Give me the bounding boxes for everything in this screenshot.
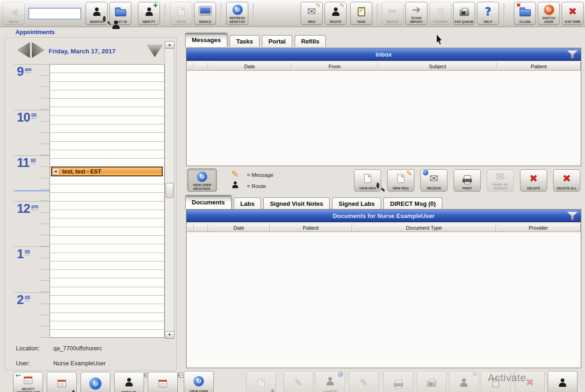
documents-col-provider[interactable]: Provider <box>496 224 581 232</box>
inbox-col-patient[interactable]: Patient <box>497 63 581 70</box>
tab-messages[interactable]: Messages <box>185 33 227 47</box>
route-legend-person-icon <box>232 181 238 188</box>
inbox-col-date[interactable]: Date <box>208 63 291 70</box>
inbox-col-subject[interactable]: Subject <box>378 63 497 70</box>
view-msg-button[interactable]: VIEW MSG <box>354 169 381 191</box>
appointment-cancel-icon: ✖ <box>53 168 59 174</box>
view-user-icon: ↻ <box>194 376 204 386</box>
schedule-grid[interactable]: ✖ test, test - EST <box>50 64 165 338</box>
delete-all-button[interactable]: ✖ DELETE ALL <box>553 169 580 191</box>
patient-search-input[interactable] <box>29 8 81 19</box>
filter-icon[interactable] <box>567 51 578 58</box>
quarter-hour-ticks <box>41 156 49 201</box>
tab-direct-msg[interactable]: DIRECT Msg (0) <box>383 197 442 209</box>
inbox-col-status[interactable] <box>187 63 194 70</box>
refresh-icon: ↻ <box>89 377 101 390</box>
delete-msg-button[interactable]: ✖ DELETE <box>520 169 547 191</box>
fax-queue-button[interactable]: FAX QUEUE <box>453 2 475 25</box>
folder-icon <box>115 9 126 16</box>
msg-button[interactable]: ✉✎ MSG <box>301 2 323 25</box>
quarter-hour-ticks <box>41 293 49 338</box>
scrollbar-thumb[interactable] <box>166 183 173 198</box>
message-legend-pencil-icon: ✎ <box>231 169 239 179</box>
schedule-scrollbar[interactable]: ▲ ▼ <box>165 41 174 339</box>
merge-button: ✂ MERGE <box>382 2 404 25</box>
documents-col-type[interactable] <box>194 224 208 232</box>
pencil-icon: ✎ <box>316 2 321 8</box>
inbox-column-headers: Date From Subject Patient <box>187 63 581 71</box>
hour-row: 9am <box>14 64 50 109</box>
select-location-and-user-button[interactable]: ↩ SELECT LOCATION AND USER <box>13 372 43 392</box>
tab-refills[interactable]: Refills <box>295 35 326 47</box>
receive-button[interactable]: ✉ RECEIVE <box>420 169 448 191</box>
open-pt-chart-button[interactable]: OPEN PT CHART <box>548 371 578 392</box>
print-msg-button[interactable]: PRINT <box>454 169 481 191</box>
hour-row: 200 <box>14 292 50 338</box>
help-button[interactable]: ? HELP <box>477 2 499 25</box>
person-icon <box>145 7 153 16</box>
inbox-list[interactable] <box>187 71 581 166</box>
current-time-indicator <box>14 190 50 191</box>
view-user-msg-task-button[interactable]: ↻ VIEW USER MSG/TASK <box>187 168 217 192</box>
single-view-button[interactable]: SINGLE <box>194 2 216 25</box>
new-patient-button[interactable]: ✚ NEW PT <box>138 2 160 25</box>
tab-labs[interactable]: Labs <box>234 197 261 209</box>
monitor-icon <box>199 7 211 15</box>
view-user-documents-button[interactable]: ↻ VIEW USER DOCUMENTS <box>184 371 214 392</box>
tab-tasks[interactable]: Tasks <box>230 35 260 47</box>
close-button[interactable]: ✖ CLOSE <box>514 2 536 25</box>
scan-import-button[interactable]: ➔ SCAN/ IMPORT <box>405 2 427 25</box>
person-icon <box>558 378 567 387</box>
documents-col-status[interactable] <box>187 224 194 232</box>
hour-suffix: am <box>25 67 31 73</box>
tab-portal[interactable]: Portal <box>262 35 292 47</box>
toolbar-separator <box>377 3 378 24</box>
refresh-icon <box>423 170 428 175</box>
inbox-col-type[interactable] <box>194 63 208 70</box>
print-appts-button[interactable]: PRINT APPTS <box>148 372 178 392</box>
messages-action-row: ↻ VIEW USER MSG/TASK ✎ = Message = Route… <box>186 168 581 193</box>
tab-documents[interactable]: Documents <box>185 195 231 209</box>
filter-icon[interactable] <box>567 212 578 220</box>
message-legend-label: = Message <box>247 172 274 178</box>
maximize-view-button[interactable]: MAXIMIZE VIEW <box>47 372 77 392</box>
document-icon <box>397 174 404 183</box>
location-label: Location: <box>16 345 53 352</box>
print-document-button: PRINT <box>383 371 413 392</box>
exit-emr-button[interactable]: ✖ EXIT EMR <box>562 2 584 25</box>
documents-col-doctype[interactable]: Document Type <box>352 224 496 232</box>
tab-signed-labs[interactable]: Signed Labs <box>332 197 381 209</box>
hour-row: 1000 <box>14 110 50 155</box>
person-icon <box>460 378 468 387</box>
sign-button: ✎ SIGN <box>283 371 313 392</box>
appointments-title: Appointments <box>13 29 57 36</box>
appointments-footer-toolbar: ↩ SELECT LOCATION AND USER MAXIMIZE VIEW… <box>13 372 178 392</box>
print-pt-summary-button[interactable]: PRINT PT. SUMMARY <box>114 372 144 392</box>
scroll-up-button[interactable]: ▲ <box>165 41 174 49</box>
hour-row: 100 <box>14 247 50 292</box>
appointment-entry[interactable]: ✖ test, test - EST <box>51 167 163 176</box>
hour-suffix: 00 <box>31 113 36 119</box>
magnifier-icon <box>376 182 379 189</box>
documents-col-date[interactable]: Date <box>208 224 270 232</box>
exit-x-icon: ✖ <box>568 7 577 17</box>
hour-suffix: 00 <box>25 295 30 301</box>
delete-x-icon: ✖ <box>526 377 534 388</box>
new-msg-button[interactable]: ✎ NEW MSG <box>387 169 414 191</box>
inbox-title: Inbox <box>376 51 392 58</box>
inbox-col-from[interactable]: From <box>291 63 378 70</box>
documents-col-patient[interactable]: Patient <box>270 224 352 232</box>
documents-panel: Documents for Nurse ExampleUser Date Pat… <box>186 209 581 368</box>
route-button[interactable]: ✎ ROUTE <box>325 2 347 25</box>
tab-signed-visit-notes[interactable]: Signed Visit Notes <box>263 197 330 209</box>
document-icon <box>258 378 265 387</box>
switch-user-button[interactable]: ↻ SWITCH USER <box>538 2 560 25</box>
documents-list[interactable] <box>187 232 581 368</box>
task-button[interactable]: TASK <box>350 2 372 25</box>
search-button[interactable]: SEARCH <box>86 2 108 25</box>
refresh-desktop-button[interactable]: ↻ REFRESH DESKTOP <box>226 2 248 25</box>
last-20-button[interactable]: LAST 20 <box>109 2 131 25</box>
scroll-down-button[interactable]: ▼ <box>165 331 174 339</box>
hour-label: 1 <box>17 248 23 261</box>
refresh-button[interactable]: ↻ REFRESH <box>80 372 110 392</box>
